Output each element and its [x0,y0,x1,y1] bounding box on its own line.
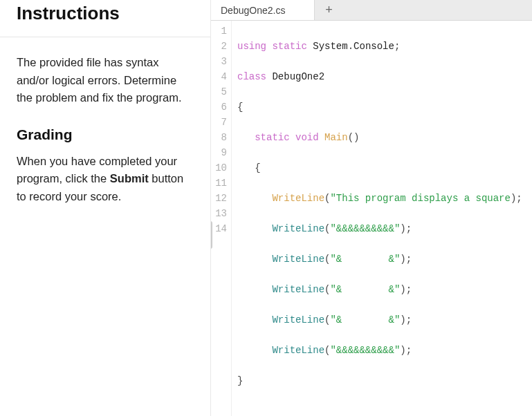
code-line: static void Main() [237,130,526,145]
grading-heading: Grading [17,126,194,143]
instructions-body: The provided file has syntax and/or logi… [17,54,194,107]
line-number: 12 [211,191,227,206]
grading-body: When you have completed your program, cl… [17,153,194,206]
code-line: WriteLine("& &"); [237,282,526,297]
line-number: 8 [211,130,227,145]
line-number: 6 [211,100,227,115]
divider [0,37,210,37]
instructions-heading: Instructions [17,3,194,24]
tab-file-label: DebugOne2.cs [221,5,285,16]
code-line: WriteLine("&&&&&&&&&&"); [237,221,526,236]
line-number: 7 [211,115,227,130]
code-line: } [237,373,526,388]
pane-resize-handle[interactable] [211,221,212,249]
line-number: 9 [211,145,227,160]
line-number: 2 [211,39,227,54]
add-tab-button[interactable]: + [315,0,342,20]
code-line: WriteLine("& &"); [237,312,526,328]
line-number: 14 [211,221,227,236]
line-number: 11 [211,176,227,191]
submit-label: Submit [110,172,149,185]
code-line: { [237,160,526,176]
line-number: 4 [211,69,227,84]
line-number: 5 [211,84,227,100]
line-number: 3 [211,54,227,69]
code-line: using static System.Console; [237,39,526,54]
instructions-pane: Instructions The provided file has synta… [0,0,211,416]
code-line: { [237,100,526,115]
code-line: WriteLine("&&&&&&&&&&"); [237,343,526,358]
plus-icon: + [325,3,333,17]
line-gutter: 1 2 3 4 5 6 7 8 9 10 11 12 13 14 [211,21,232,416]
line-number: 13 [211,206,227,221]
line-number: 1 [211,23,227,39]
tab-file[interactable]: DebugOne2.cs [211,0,315,20]
code-line: class DebugOne2 [237,69,526,84]
code-line: WriteLine("This program displays a squar… [237,191,526,206]
line-number: 10 [211,160,227,176]
code-editor[interactable]: 1 2 3 4 5 6 7 8 9 10 11 12 13 14 using s… [211,21,532,416]
editor-pane: DebugOne2.cs + 1 2 3 4 5 6 7 8 9 10 11 1… [211,0,532,416]
code-area[interactable]: using static System.Console; class Debug… [232,21,532,416]
code-line [237,404,526,416]
tab-bar: DebugOne2.cs + [211,0,532,21]
code-line: WriteLine("& &"); [237,252,526,267]
